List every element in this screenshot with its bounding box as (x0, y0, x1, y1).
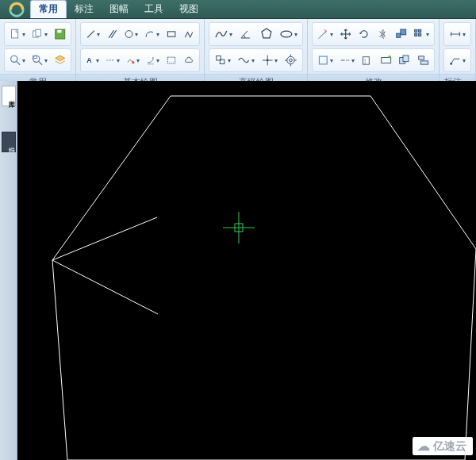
svg-point-27 (267, 59, 269, 62)
drawing-canvas[interactable] (17, 81, 476, 460)
dimension-tool[interactable]: ▾ (447, 25, 468, 44)
svg-line-34 (319, 31, 327, 39)
ellipse-tool[interactable]: ▾ (277, 25, 300, 44)
svg-rect-54 (420, 61, 428, 64)
svg-point-14 (126, 31, 133, 38)
svg-marker-21 (261, 29, 271, 38)
rectangle-tool[interactable] (163, 25, 179, 44)
angle-tool[interactable] (236, 25, 255, 44)
svg-point-28 (287, 56, 294, 63)
svg-rect-44 (319, 56, 327, 64)
svg-line-9 (39, 62, 42, 65)
stretch-tool[interactable] (378, 51, 394, 70)
watermark-text: 亿速云 (433, 439, 466, 454)
polyline-tool[interactable] (181, 25, 197, 44)
inner-line-2 (52, 260, 158, 314)
tab-view[interactable]: 视图 (171, 1, 206, 18)
svg-line-7 (17, 62, 20, 65)
watermark: ☁ 亿速云 (413, 437, 473, 455)
array-tool[interactable]: ▾ (411, 25, 432, 44)
app-logo (3, 1, 30, 18)
svg-line-13 (111, 30, 116, 37)
svg-point-50 (388, 56, 390, 58)
svg-rect-41 (419, 29, 421, 32)
cloud-tool[interactable] (181, 51, 197, 70)
svg-rect-52 (403, 56, 409, 62)
layers-button[interactable] (52, 51, 68, 70)
tab-common[interactable]: 常用 (30, 0, 67, 18)
svg-line-12 (109, 30, 113, 37)
svg-rect-42 (415, 33, 417, 36)
svg-point-18 (132, 61, 134, 63)
cloud-icon: ☁ (417, 439, 430, 454)
hatch-tool[interactable]: ▾ (124, 51, 142, 70)
rotate-tool[interactable] (355, 25, 372, 44)
tab-tools[interactable]: 工具 (136, 1, 171, 18)
spline-tool[interactable]: ▾ (212, 25, 235, 44)
ribbon: ▾ ▾ ▾ ▾ 常用 ▾ ▾ ▾ (0, 19, 476, 81)
line-tool[interactable]: ▾ (83, 25, 102, 44)
parallel-tool[interactable] (104, 25, 120, 44)
left-sidebar: 图库 特性 (0, 81, 17, 460)
panel-basic-draw: ▾ ▾ ▾ A▾ ▾ ▾ ▾ 基本绘图 (76, 19, 205, 80)
circle-tool[interactable]: ▾ (121, 25, 140, 44)
zoom-extents-button[interactable]: ▾ (29, 51, 50, 70)
arc-tool[interactable]: ▾ (142, 25, 161, 44)
svg-rect-39 (401, 29, 406, 35)
svg-rect-15 (167, 32, 175, 36)
side-tab-properties[interactable]: 特性 (2, 132, 16, 152)
svg-rect-53 (418, 56, 424, 59)
chamfer-tool[interactable]: ▾ (144, 51, 162, 70)
svg-rect-47 (363, 57, 370, 64)
svg-line-11 (87, 31, 94, 38)
svg-rect-5 (57, 30, 61, 33)
new-button[interactable]: ▾ (7, 25, 28, 44)
move-tool[interactable] (337, 25, 354, 44)
panel-annotate: ▾ ▾ 标注 (440, 19, 476, 80)
gear-tool[interactable] (282, 51, 300, 70)
centerline-tool[interactable]: ▾ (103, 51, 121, 70)
save-button[interactable] (52, 25, 68, 44)
svg-rect-49 (381, 58, 390, 63)
tab-frame[interactable]: 图幅 (102, 1, 136, 18)
zoom-button[interactable]: ▾ (7, 51, 28, 70)
svg-rect-1 (11, 29, 17, 38)
panel-advanced-draw: ▾ ▾ ▾ ▾ ▾ 高级绘图 (205, 19, 308, 80)
svg-point-29 (290, 59, 293, 62)
point-tool[interactable]: ▾ (259, 51, 280, 70)
copy-button[interactable]: ▾ (29, 25, 50, 44)
align-tool[interactable] (415, 51, 432, 70)
panel-common: ▾ ▾ ▾ ▾ 常用 (0, 19, 76, 80)
panel-modify: ▾ ▾ ▾ ▾ 修改 (308, 19, 440, 80)
svg-point-22 (281, 31, 292, 37)
copy-mod-tool[interactable] (396, 51, 413, 70)
svg-rect-20 (167, 57, 175, 63)
svg-rect-38 (397, 33, 401, 37)
svg-rect-43 (419, 33, 421, 36)
menubar: 常用 标注 图幅 工具 视图 (0, 0, 476, 19)
tab-annotate[interactable]: 标注 (67, 1, 102, 18)
svg-text:A: A (86, 56, 92, 64)
hexagon-shape (52, 96, 476, 460)
trim-tool[interactable]: ▾ (315, 25, 336, 44)
leader-tool[interactable]: ▾ (447, 51, 468, 70)
workspace: 图库 特性 (0, 81, 476, 460)
svg-rect-3 (36, 29, 41, 36)
svg-point-58 (450, 63, 452, 65)
side-tab-library[interactable]: 图库 (2, 86, 16, 106)
svg-point-8 (33, 56, 39, 62)
scale-tool[interactable] (393, 25, 409, 44)
svg-rect-40 (415, 29, 417, 32)
fillet-tool[interactable]: ▾ (337, 51, 358, 70)
svg-point-6 (11, 56, 17, 62)
mirror-tool[interactable] (374, 25, 391, 44)
extend-tool[interactable]: ▾ (315, 51, 336, 70)
text-tool[interactable]: A▾ (83, 51, 102, 70)
break-tool[interactable] (163, 51, 179, 70)
block-tool[interactable]: ▾ (212, 51, 233, 70)
polygon-tool[interactable] (257, 25, 276, 44)
wave-tool[interactable]: ▾ (235, 51, 256, 70)
offset-tool[interactable] (359, 51, 375, 70)
crosshair-cursor (223, 212, 255, 243)
